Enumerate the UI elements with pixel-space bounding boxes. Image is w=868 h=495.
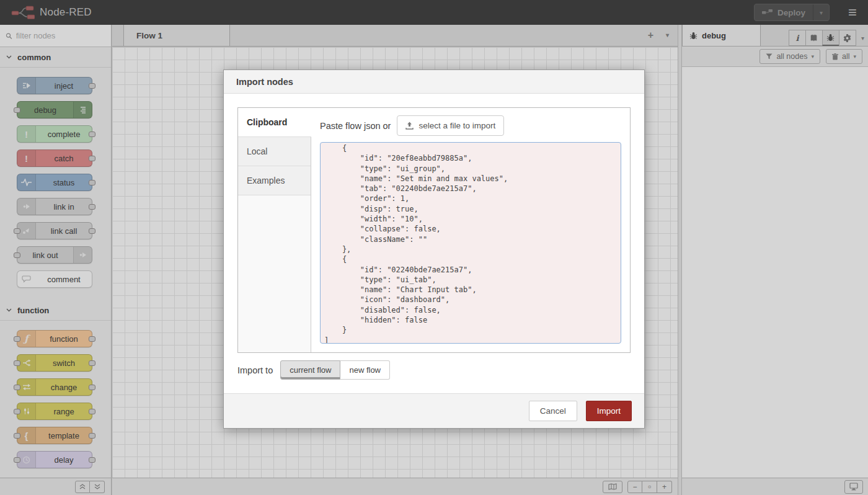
new-flow-label: new flow: [349, 365, 381, 375]
import-editor-box: Clipboard Local Examples Paste flow json…: [237, 107, 631, 353]
import-to-label: Import to: [237, 365, 273, 375]
node-red-app: Node-RED Deploy ▾ ≡: [0, 0, 868, 495]
tab-clipboard[interactable]: Clipboard: [238, 108, 311, 137]
current-flow-label: current flow: [290, 365, 331, 375]
dialog-body: Clipboard Local Examples Paste flow json…: [224, 94, 644, 393]
import-target-row: Import to current flow new flow: [237, 360, 631, 380]
tab-label: Clipboard: [247, 117, 287, 127]
cancel-button[interactable]: Cancel: [529, 401, 577, 421]
tab-local[interactable]: Local: [238, 137, 311, 166]
current-flow-button[interactable]: current flow: [280, 360, 340, 380]
import-source-tabs: Clipboard Local Examples: [238, 108, 311, 352]
select-file-label: select a file to import: [418, 121, 495, 130]
tab-label: Local: [247, 146, 267, 156]
tab-label: Examples: [247, 176, 285, 185]
clipboard-pane: Paste flow json or select a file to impo…: [311, 108, 630, 352]
upload-icon: [405, 122, 414, 130]
tab-examples[interactable]: Examples: [238, 166, 311, 195]
import-nodes-dialog: Import nodes Clipboard Local Examples: [223, 69, 645, 429]
new-flow-button[interactable]: new flow: [340, 360, 390, 380]
dialog-footer: Cancel Import: [224, 393, 644, 428]
flow-json-textarea[interactable]: { "id": "20ef8eabbd79885a", "type": "ui_…: [320, 142, 621, 344]
paste-flow-label: Paste flow json or: [320, 121, 391, 131]
import-target-group: current flow new flow: [280, 360, 390, 380]
dialog-header: Import nodes: [224, 70, 644, 94]
dialog-title: Import nodes: [236, 77, 293, 87]
select-file-button[interactable]: select a file to import: [397, 115, 504, 136]
import-button[interactable]: Import: [586, 401, 632, 421]
